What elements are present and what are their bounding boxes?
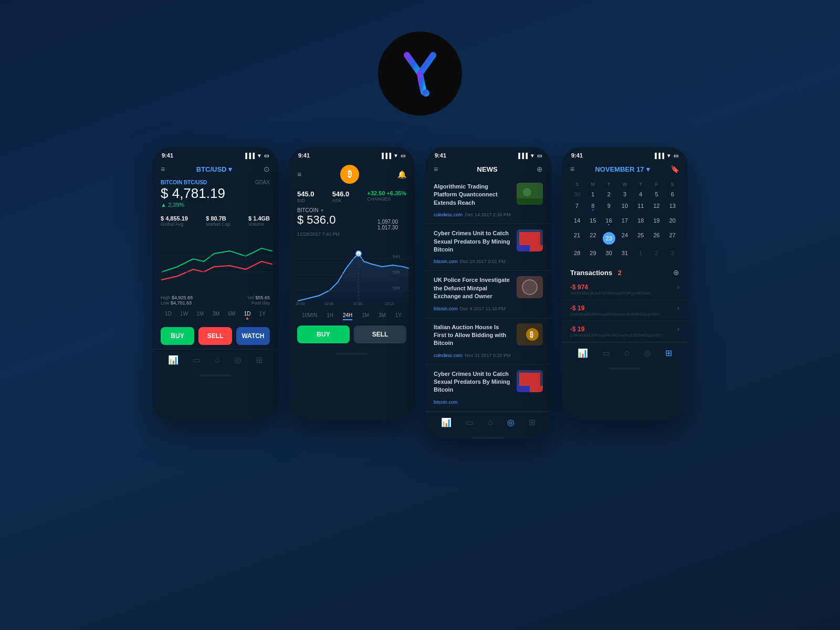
news-thumb-1 [517,183,543,205]
period-1y[interactable]: 1Y [259,311,266,320]
transaction-1[interactable]: -$ 974 › mK3128xnjKJs2737989vq8HOPQcvf83… [562,279,688,300]
bottom-globe-icon-1[interactable]: ◎ [234,355,242,365]
cal-day-9[interactable]: 9 [601,201,617,214]
bottom-home-icon-4[interactable]: ⌂ [624,348,629,358]
cal-day-26[interactable]: 26 [648,230,664,247]
menu-icon-1[interactable]: ≡ [161,165,165,173]
menu-icon-4[interactable]: ≡ [570,165,574,173]
bell-icon-2[interactable]: 🔔 [397,170,406,178]
bottom-home-icon-1[interactable]: ⌂ [215,355,220,365]
bookmark-icon-4[interactable]: 🔖 [670,165,679,173]
cal-day-2[interactable]: 2 [601,189,617,200]
bottom-home-icon-3[interactable]: ⌂ [488,417,493,427]
nav-pair-1[interactable]: BTC/USD ▾ [196,165,233,173]
bottom-globe-icon-3[interactable]: ◎ [507,417,514,427]
status-icons-2: ▐▐▐ ▼ ▭ [380,153,405,159]
profile-icon-1[interactable]: ⊙ [264,165,270,173]
bottom-globe-icon-4[interactable]: ◎ [644,348,651,358]
cal-day-28[interactable]: 28 [569,248,585,258]
cal-day-24[interactable]: 24 [617,230,633,247]
cal-day-30[interactable]: 30 [601,248,617,258]
bottom-calendar-icon-3[interactable]: ⊞ [529,417,536,427]
period-6m[interactable]: 6M [228,311,236,320]
transaction-3[interactable]: -$ 19 › 234mEa923940zp34n943ncemJCB3940z… [562,321,688,342]
bottom-tv-icon-3[interactable]: ▭ [466,417,474,427]
cal-day-1[interactable]: 1 [585,189,601,200]
cal-day-13[interactable]: 13 [665,201,680,214]
news-item-3[interactable]: UK Police Force Investigate the Defunct … [425,271,551,318]
action-buttons-1: BUY SELL WATCH [152,323,278,349]
bottom-tv-icon-4[interactable]: ▭ [602,348,610,358]
svg-rect-20 [517,245,530,251]
sell-button-2[interactable]: SELL [354,326,406,343]
p2-1m[interactable]: 1M [362,312,369,320]
cal-day-8[interactable]: 8 [585,201,601,214]
time-3: 9:41 [435,152,446,159]
cal-day-17[interactable]: 17 [617,215,633,229]
menu-icon-2[interactable]: ≡ [297,170,301,178]
news-item-1[interactable]: Algorithmic Trading Platform Quantconnec… [425,177,551,224]
cal-day-18[interactable]: 18 [633,215,648,229]
cal-day-11[interactable]: 11 [633,201,648,214]
period-1m[interactable]: 1M [196,311,204,320]
cal-day-31[interactable]: 31 [617,248,633,258]
cal-day-2-next[interactable]: 2 [648,248,664,258]
cal-day-10[interactable]: 10 [617,201,633,214]
watch-button-1[interactable]: WATCH [236,327,270,345]
cal-day-23[interactable]: 23 [601,230,617,247]
search-icon-3[interactable]: ⊕ [537,165,543,173]
cal-day-4[interactable]: 4 [633,189,648,200]
cal-day-16[interactable]: 16 [601,215,617,229]
cal-day-25[interactable]: 25 [633,230,648,247]
svg-rect-21 [530,245,543,251]
cal-day-15[interactable]: 15 [585,215,601,229]
battery-icon-2: ▭ [401,153,405,159]
cal-day-7[interactable]: 7 [569,201,585,214]
cal-day-20[interactable]: 20 [665,215,680,229]
p2-1y[interactable]: 1Y [395,312,402,320]
sell-button-1[interactable]: SELL [198,327,232,345]
cal-day-22[interactable]: 22 [585,230,601,247]
menu-icon-3[interactable]: ≡ [434,165,438,173]
period-1d-active[interactable]: 1D [244,311,251,320]
status-icons-3: ▐▐▐ ▼ ▭ [517,153,542,159]
bottom-chart-icon-1[interactable]: 📊 [168,355,178,365]
signal-icon-4: ▐▐▐ [653,153,664,159]
cal-day-19[interactable]: 19 [648,215,664,229]
p2-24h-active[interactable]: 24H [343,312,352,320]
period-1w[interactable]: 1W [180,311,188,320]
bottom-calendar-icon-1[interactable]: ⊞ [256,355,262,365]
bottom-calendar-icon-4[interactable]: ⊞ [665,348,672,358]
cal-day-3-next[interactable]: 3 [665,248,680,258]
buy-button-1[interactable]: BUY [161,327,194,345]
status-icons-4: ▐▐▐ ▼ ▭ [653,153,678,159]
cal-day-3[interactable]: 3 [617,189,633,200]
news-item-5[interactable]: Cyber Crimes Unit to Catch Sexual Predat… [425,365,551,412]
cal-day-1-next[interactable]: 1 [633,248,648,258]
cal-day-6[interactable]: 6 [665,189,680,200]
p2-3m[interactable]: 3M [379,312,386,320]
p2-10min[interactable]: 10MIN [302,312,317,320]
news-item-2[interactable]: Cyber Crimes Unit to Catch Sexual Predat… [425,224,551,271]
search-icon-4[interactable]: ⊕ [673,268,679,277]
bottom-tv-icon-1[interactable]: ▭ [193,355,201,365]
cal-day-27[interactable]: 27 [665,230,680,247]
logo-container [378,32,462,116]
cal-day-29[interactable]: 29 [585,248,601,258]
bottom-chart-icon-4[interactable]: 📊 [578,348,588,358]
bottom-chart-icon-3[interactable]: 📊 [441,417,452,427]
cal-day-12[interactable]: 12 [648,201,664,214]
p2-1h[interactable]: 1H [327,312,333,320]
news-item-4[interactable]: Italian Auction House Is First to Allow … [425,318,551,365]
period-3m[interactable]: 3M [212,311,219,320]
period-1d[interactable]: 1D [165,311,172,320]
cal-day-21[interactable]: 21 [569,230,585,247]
calendar-month-4[interactable]: NOVEMBER 17 ▾ [595,165,649,173]
status-bar-3: 9:41 ▐▐▐ ▼ ▭ [425,147,551,161]
cal-day-14[interactable]: 14 [569,215,585,229]
cal-day-30-prev[interactable]: 30 [569,189,585,200]
transaction-2[interactable]: -$ 19 › 23dmEa923940zLp2943ncemJCB3940zL… [562,300,688,321]
exchange-label-1: GDAX [255,180,270,185]
buy-button-2[interactable]: BUY [297,326,350,343]
cal-day-5[interactable]: 5 [648,189,664,200]
